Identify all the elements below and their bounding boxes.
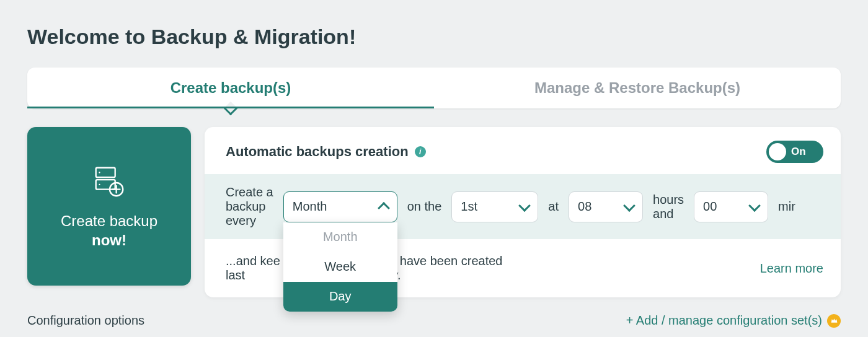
chevron-down-icon xyxy=(518,199,531,212)
label-create-backup-every: Create a backup every xyxy=(226,185,273,228)
label-hours-and: hours and xyxy=(653,193,684,221)
tab-create-backups[interactable]: Create backup(s) xyxy=(27,68,434,108)
svg-rect-0 xyxy=(96,168,115,178)
tab-label: Create backup(s) xyxy=(170,79,291,97)
crown-icon xyxy=(827,314,841,328)
chevron-up-icon xyxy=(378,202,390,214)
tab-manage-restore[interactable]: Manage & Restore Backup(s) xyxy=(434,68,841,108)
configuration-options-heading: Configuration options xyxy=(27,313,144,328)
add-manage-config-link[interactable]: + Add / manage configuration set(s) xyxy=(626,313,841,328)
chevron-down-icon xyxy=(748,199,761,212)
info-icon[interactable]: i xyxy=(415,146,426,157)
period-value: Month xyxy=(293,199,327,214)
period-dropdown: Month Week Day xyxy=(283,222,397,312)
period-select[interactable]: Month xyxy=(283,191,397,222)
page-title: Welcome to Backup & Migration! xyxy=(27,25,841,49)
period-option-month[interactable]: Month xyxy=(283,222,397,252)
create-backup-now-label: Create backup now! xyxy=(61,211,157,250)
minute-value: 00 xyxy=(703,199,717,214)
create-backup-now-button[interactable]: Create backup now! xyxy=(27,127,191,286)
minute-select[interactable]: 00 xyxy=(694,191,768,222)
tab-bar: Create backup(s) Manage & Restore Backup… xyxy=(27,68,841,108)
auto-backup-toggle[interactable]: On xyxy=(766,141,823,163)
toggle-knob xyxy=(769,143,786,160)
panel-heading: Automatic backups creation i xyxy=(226,144,426,160)
learn-more-link[interactable]: Learn more xyxy=(760,261,823,276)
label-and-keep-last: ...and kee last xyxy=(226,254,280,282)
server-plus-icon xyxy=(90,163,128,204)
toggle-label: On xyxy=(791,146,806,158)
period-option-day[interactable]: Day xyxy=(283,282,397,312)
period-option-week[interactable]: Week xyxy=(283,252,397,282)
label-on-the: on the xyxy=(407,199,442,214)
hour-value: 08 xyxy=(578,199,591,214)
active-tab-indicator xyxy=(224,102,238,116)
tab-label: Manage & Restore Backup(s) xyxy=(534,79,740,97)
day-value: 1st xyxy=(461,199,477,214)
label-min: mir xyxy=(778,199,795,214)
hour-select[interactable]: 08 xyxy=(569,191,643,222)
label-at: at xyxy=(548,199,559,214)
chevron-down-icon xyxy=(623,199,636,212)
day-select[interactable]: 1st xyxy=(451,191,538,222)
